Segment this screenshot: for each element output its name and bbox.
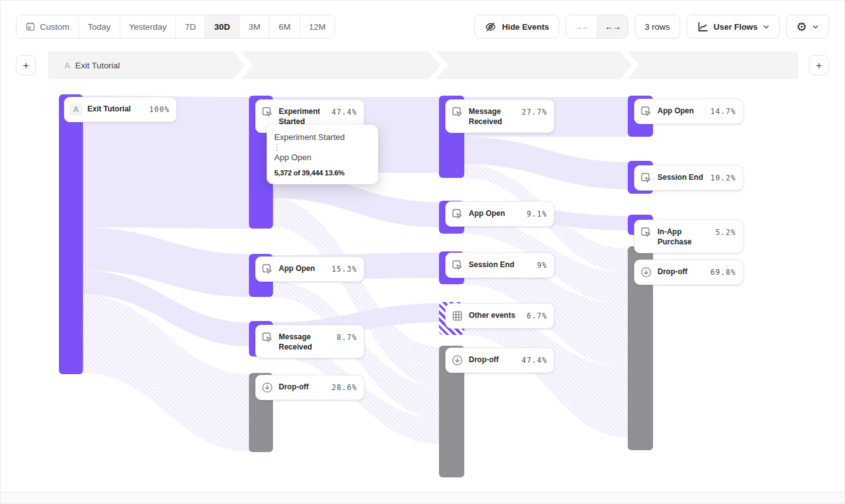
tooltip-stat: 5,372 of 39,444 13.6% (274, 169, 371, 177)
node-card-app-open-4[interactable]: App Open 14.7% (634, 99, 743, 124)
node-card-message-received-2[interactable]: Message Received 8.7% (255, 325, 364, 358)
grid-events-icon (451, 310, 464, 322)
date-6m-button[interactable]: 6M (270, 15, 300, 38)
tooltip-target-event: App Open (274, 153, 371, 162)
node-card-dropoff-2[interactable]: Drop-off 28.6% (255, 375, 364, 400)
node-bar-exit-tutorial[interactable] (59, 94, 83, 374)
settings-button[interactable]: ⚙ (786, 15, 829, 39)
collapse-columns-button[interactable]: →← (566, 15, 597, 38)
step-chevron-icon (234, 51, 255, 79)
event-click-icon (451, 106, 464, 118)
eye-off-icon (485, 21, 497, 33)
node-card-in-app-purchase-4[interactable]: In-App Purchase 5.2% (634, 220, 743, 253)
node-card-dropoff-4[interactable]: Drop-off 69.8% (634, 260, 743, 285)
step-chevron-icon (429, 51, 450, 79)
event-click-icon (640, 226, 652, 239)
collapse-arrows-icon: →← (574, 22, 589, 32)
dropoff-arrow-icon (451, 354, 464, 367)
date-range-selector: Custom Today Yesterday 7D 30D 3M 6M 12M (16, 15, 335, 39)
date-3m-button[interactable]: 3M (239, 15, 270, 38)
toolbar: Custom Today Yesterday 7D 30D 3M 6M 12M … (16, 15, 829, 39)
event-click-icon (640, 172, 652, 184)
step-badge: A (65, 61, 70, 70)
view-selector-label: User Flows (714, 22, 758, 32)
event-click-icon (451, 259, 464, 272)
add-step-right-button[interactable]: + (809, 55, 829, 75)
add-step-left-button[interactable]: + (16, 55, 36, 75)
rows-label: 3 rows (645, 22, 670, 32)
chevron-down-icon (763, 23, 770, 30)
date-7d-button[interactable]: 7D (176, 15, 205, 38)
event-click-icon (261, 331, 274, 344)
date-30d-button[interactable]: 30D (205, 15, 239, 38)
calendar-icon (25, 22, 35, 32)
tooltip-source-event: Experiment Started (274, 132, 371, 142)
view-selector-button[interactable]: User Flows (687, 15, 780, 39)
date-custom-label: Custom (40, 22, 70, 32)
node-card-exit-tutorial[interactable]: A Exit Tutorial 100% (64, 97, 177, 122)
event-badge-a: A (70, 103, 82, 116)
rows-button[interactable]: 3 rows (635, 15, 680, 39)
sankey-flow-ribbons (1, 79, 845, 494)
event-click-icon (640, 105, 652, 118)
node-card-session-end-3[interactable]: Session End 9% (445, 253, 554, 278)
gear-icon: ⚙ (796, 21, 807, 33)
expand-arrows-icon: ←→ (605, 22, 620, 32)
flow-link-tooltip: Experiment Started App Open 5,372 of 39,… (267, 125, 378, 184)
node-card-dropoff-3[interactable]: Drop-off 47.4% (445, 348, 554, 373)
dropoff-arrow-icon (261, 381, 274, 394)
hide-events-label: Hide Events (502, 22, 549, 32)
date-custom-button[interactable]: Custom (16, 15, 79, 38)
node-card-other-events-3[interactable]: Other events 6.7% (445, 303, 554, 329)
node-card-app-open-2[interactable]: App Open 15.3% (255, 256, 364, 282)
toolbar-right: Hide Events →← ←→ 3 rows User Flows (474, 15, 829, 39)
chevron-down-icon (812, 23, 819, 30)
tooltip-connector-line (276, 144, 277, 151)
date-yesterday-button[interactable]: Yesterday (120, 15, 177, 38)
date-12m-button[interactable]: 12M (300, 15, 334, 38)
user-flows-app: Custom Today Yesterday 7D 30D 3M 6M 12M … (0, 0, 845, 504)
node-card-message-received-3[interactable]: Message Received 27.7% (445, 99, 554, 133)
node-card-app-open-3[interactable]: App Open 9.1% (445, 201, 554, 227)
date-today-button[interactable]: Today (79, 15, 120, 38)
event-click-icon (261, 263, 274, 275)
user-flows-chart-icon (697, 21, 709, 33)
event-click-icon (451, 208, 464, 220)
expand-columns-button[interactable]: ←→ (597, 15, 628, 38)
bottom-divider-bar (1, 492, 844, 503)
hide-events-button[interactable]: Hide Events (474, 15, 559, 39)
step-title: Exit Tutorial (75, 61, 120, 70)
node-card-session-end-4[interactable]: Session End 10.2% (634, 165, 743, 191)
column-width-toggle: →← ←→ (566, 15, 628, 39)
event-click-icon (261, 106, 274, 118)
dropoff-arrow-icon (640, 266, 652, 279)
step-chevron-icon (620, 51, 642, 79)
flow-path-band[interactable]: A Exit Tutorial (48, 51, 798, 79)
